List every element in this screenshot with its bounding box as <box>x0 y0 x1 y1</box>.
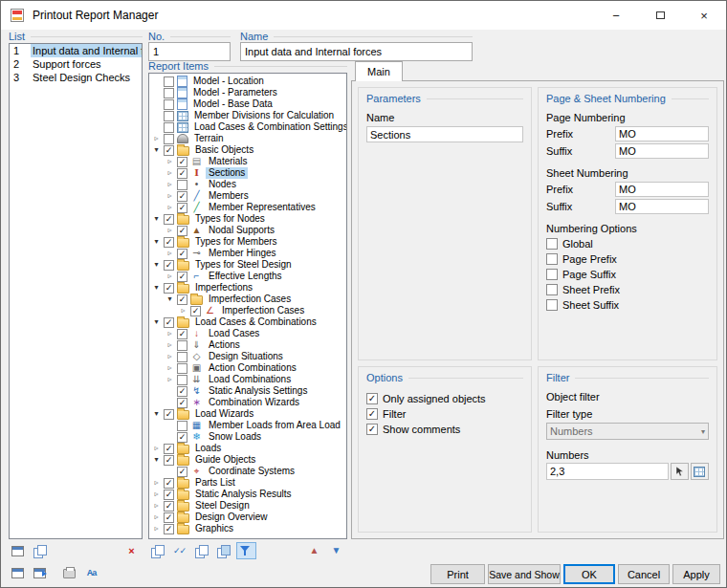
cascade-items-button[interactable] <box>148 542 168 559</box>
name-field[interactable]: Input data and Internal forces <box>240 42 473 61</box>
checkbox-unchecked[interactable] <box>177 180 187 190</box>
tree-item[interactable]: ▹✓↓Load Cases <box>149 328 346 339</box>
tree-item[interactable]: ▾✓Load Cases & Combinations <box>149 316 346 328</box>
collapse-icon[interactable]: ▾ <box>151 144 162 156</box>
checkbox-checked[interactable]: ✓ <box>177 157 187 167</box>
checkbox-unchecked[interactable] <box>546 299 558 311</box>
checkbox-unchecked[interactable] <box>546 284 558 295</box>
print-button[interactable]: Print <box>430 564 485 584</box>
expand-icon[interactable]: ▹ <box>165 156 175 167</box>
expand-icon[interactable]: ▹ <box>151 500 162 512</box>
tree-item[interactable]: ✓⌖Coordinate Systems <box>149 466 346 477</box>
cancel-button[interactable]: Cancel <box>618 564 670 584</box>
checkbox-unchecked[interactable] <box>177 352 187 362</box>
maximize-button[interactable] <box>638 1 682 30</box>
ok-button[interactable]: OK <box>563 564 615 584</box>
tree-item[interactable]: ▹⇓Actions <box>149 339 346 351</box>
expand-icon[interactable]: ▹ <box>165 248 175 259</box>
tree-item[interactable]: ▹✓Design Overview <box>149 512 346 523</box>
check-subitems-button[interactable]: ✓✓ <box>170 542 190 559</box>
minimize-button[interactable]: − <box>594 1 638 30</box>
tree-item[interactable]: ▹✓ISections <box>149 167 346 179</box>
expand-icon[interactable]: ▹ <box>165 167 175 179</box>
checkbox-checked[interactable]: ✓ <box>177 168 187 179</box>
checkbox-unchecked[interactable] <box>164 76 174 87</box>
tab-main[interactable]: Main <box>355 61 403 81</box>
tree-item[interactable]: Load Cases & Combination Settings <box>149 121 346 133</box>
copy-item-button[interactable] <box>192 542 212 559</box>
delete-report-button[interactable]: × <box>122 542 143 559</box>
checkbox-unchecked[interactable] <box>164 99 174 110</box>
checkbox-checked[interactable]: ✓ <box>164 317 174 328</box>
tree-item[interactable]: ▹⇊Load Combinations <box>149 374 346 385</box>
checkbox-checked[interactable]: ✓ <box>177 226 187 236</box>
checkbox-option[interactable]: Global <box>546 236 709 251</box>
checkbox-checked[interactable]: ✓ <box>177 329 187 339</box>
open-report-viewer-button[interactable] <box>31 564 51 581</box>
collapse-icon[interactable]: ▾ <box>151 213 162 225</box>
checkbox-checked[interactable]: ✓ <box>164 409 174 420</box>
tree-item[interactable]: ▹✓▲Nodal Supports <box>149 225 346 236</box>
expand-icon[interactable]: ▹ <box>151 477 162 489</box>
checkbox-checked[interactable]: ✓ <box>177 386 187 397</box>
sheet-prefix-field[interactable]: MO <box>615 182 709 197</box>
checkbox-unchecked[interactable] <box>164 122 174 133</box>
checkbox-unchecked[interactable] <box>177 363 187 374</box>
no-field[interactable]: 1 <box>148 42 231 61</box>
tree-item[interactable]: ▹✓Steel Design <box>149 500 346 512</box>
report-list[interactable]: 1Input data and Internal forces2Support … <box>9 43 143 539</box>
checkbox-checked[interactable]: ✓ <box>164 214 174 225</box>
checkbox-checked[interactable]: ✓ <box>164 501 174 512</box>
tree-item[interactable]: ▹✓╱Members <box>149 190 346 202</box>
collapse-icon[interactable]: ▾ <box>165 294 175 305</box>
tree-item[interactable]: Model - Base Data <box>149 98 346 110</box>
checkbox-checked[interactable]: ✓ <box>164 283 174 294</box>
tree-item[interactable]: ▹✓╱Member Representatives <box>149 202 346 213</box>
tree-item[interactable]: ▦Member Loads from Area Load <box>149 420 346 431</box>
paste-item-button[interactable] <box>214 542 234 559</box>
tree-item[interactable]: Member Divisions for Calculation <box>149 110 346 121</box>
checkbox-option[interactable]: Sheet Suffix <box>546 297 709 313</box>
report-items-tree[interactable]: Model - LocationModel - ParametersModel … <box>148 73 347 539</box>
tree-item[interactable]: Model - Location <box>149 76 346 87</box>
parameter-name-field[interactable]: Sections <box>366 126 523 142</box>
checkbox-checked[interactable]: ✓ <box>164 145 174 156</box>
close-button[interactable]: × <box>682 1 726 30</box>
checkbox-unchecked[interactable] <box>164 111 174 121</box>
expand-icon[interactable]: ▹ <box>165 374 175 385</box>
checkbox-unchecked[interactable] <box>164 134 174 144</box>
collapse-icon[interactable]: ▾ <box>151 454 162 466</box>
tree-item[interactable]: ▹▣Action Combinations <box>149 362 346 374</box>
tree-item[interactable]: ▹◇Design Situations <box>149 351 346 362</box>
checkbox-checked[interactable]: ✓ <box>177 432 187 443</box>
checkbox-checked[interactable]: ✓ <box>366 424 378 435</box>
checkbox-unchecked[interactable] <box>164 88 174 98</box>
checkbox-option[interactable]: Page Prefix <box>546 251 709 267</box>
numbers-field[interactable]: 2,3 <box>546 463 669 480</box>
expand-icon[interactable]: ▹ <box>165 339 175 351</box>
expand-icon[interactable]: ▹ <box>151 523 162 534</box>
expand-icon[interactable]: ▹ <box>151 443 162 454</box>
checkbox-checked[interactable]: ✓ <box>366 408 378 420</box>
expand-icon[interactable]: ▹ <box>151 512 162 523</box>
checkbox-checked[interactable]: ✓ <box>164 490 174 500</box>
tree-item[interactable]: ▾✓Imperfections <box>149 282 346 294</box>
checkbox-checked[interactable]: ✓ <box>177 203 187 213</box>
tree-item[interactable]: ▹✓Static Analysis Results <box>149 489 346 500</box>
sheet-suffix-field[interactable]: MO <box>615 199 709 214</box>
expand-icon[interactable]: ▹ <box>151 489 162 500</box>
tree-item[interactable]: ▹✓▤Materials <box>149 156 346 167</box>
checkbox-checked[interactable]: ✓ <box>164 237 174 248</box>
move-up-button[interactable]: ▲ <box>305 542 325 559</box>
checkbox-unchecked[interactable] <box>177 340 187 351</box>
checkbox-checked[interactable]: ✓ <box>177 191 187 202</box>
pick-objects-button[interactable] <box>671 463 689 480</box>
tree-item[interactable]: ✓↯Static Analysis Settings <box>149 385 346 397</box>
language-settings-button[interactable]: Aa <box>82 564 102 581</box>
save-and-show-button[interactable]: Save and Show <box>488 564 561 584</box>
tree-item[interactable]: ▹✓⊸Member Hinges <box>149 248 346 259</box>
collapse-icon[interactable]: ▾ <box>151 282 162 294</box>
object-list-button[interactable] <box>691 463 709 480</box>
list-item[interactable]: 1Input data and Internal forces <box>10 44 142 57</box>
checkbox-checked[interactable]: ✓ <box>177 467 187 477</box>
